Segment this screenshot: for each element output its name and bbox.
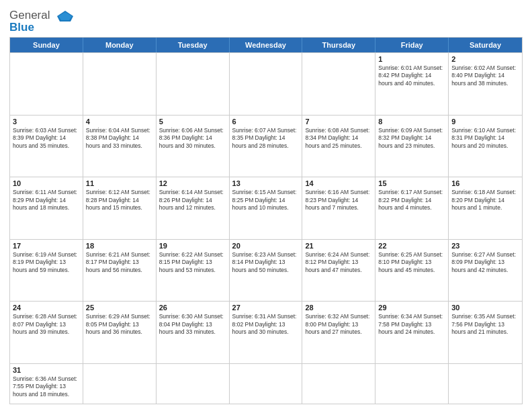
- calendar-cell-1-3: 6Sunrise: 6:07 AM Sunset: 8:35 PM Daylig…: [230, 116, 303, 177]
- calendar-cell-3-6: 23Sunrise: 6:27 AM Sunset: 8:09 PM Dayli…: [449, 240, 522, 302]
- calendar-cell-4-2: 26Sunrise: 6:30 AM Sunset: 8:04 PM Dayli…: [157, 302, 230, 363]
- day-number: 24: [13, 304, 80, 312]
- header-day-friday: Friday: [375, 38, 449, 52]
- calendar-cell-0-4: [302, 53, 375, 115]
- svg-marker-1: [58, 12, 72, 20]
- day-info: Sunrise: 6:19 AM Sunset: 8:19 PM Dayligh…: [13, 251, 80, 274]
- day-number: 3: [13, 118, 80, 126]
- day-number: 10: [13, 179, 80, 187]
- day-number: 7: [305, 118, 372, 126]
- day-info: Sunrise: 6:04 AM Sunset: 8:38 PM Dayligh…: [86, 127, 153, 150]
- day-info: Sunrise: 6:14 AM Sunset: 8:26 PM Dayligh…: [159, 189, 226, 212]
- day-info: Sunrise: 6:29 AM Sunset: 8:05 PM Dayligh…: [86, 313, 153, 336]
- day-info: Sunrise: 6:21 AM Sunset: 8:17 PM Dayligh…: [86, 251, 153, 274]
- day-number: 18: [86, 242, 153, 250]
- calendar-cell-2-6: 16Sunrise: 6:18 AM Sunset: 8:20 PM Dayli…: [449, 177, 522, 239]
- calendar-cell-1-4: 7Sunrise: 6:08 AM Sunset: 8:34 PM Daylig…: [302, 116, 375, 177]
- calendar-cell-1-0: 3Sunrise: 6:03 AM Sunset: 8:39 PM Daylig…: [10, 116, 83, 177]
- logo-icon: [54, 9, 76, 23]
- day-number: 29: [378, 304, 445, 312]
- calendar-cell-4-6: 30Sunrise: 6:35 AM Sunset: 7:56 PM Dayli…: [449, 302, 522, 363]
- day-number: 6: [232, 118, 300, 126]
- day-number: 22: [378, 242, 445, 250]
- day-info: Sunrise: 6:02 AM Sunset: 8:40 PM Dayligh…: [451, 64, 519, 87]
- calendar-cell-1-5: 8Sunrise: 6:09 AM Sunset: 8:32 PM Daylig…: [375, 116, 449, 177]
- day-number: 31: [13, 366, 80, 374]
- calendar-cell-4-5: 29Sunrise: 6:34 AM Sunset: 7:58 PM Dayli…: [375, 302, 449, 363]
- day-number: 19: [159, 242, 226, 250]
- day-info: Sunrise: 6:01 AM Sunset: 8:42 PM Dayligh…: [378, 64, 445, 87]
- day-info: Sunrise: 6:09 AM Sunset: 8:32 PM Dayligh…: [378, 127, 445, 150]
- header-day-monday: Monday: [83, 38, 157, 52]
- calendar-cell-2-5: 15Sunrise: 6:17 AM Sunset: 8:22 PM Dayli…: [375, 177, 449, 239]
- calendar-cell-2-3: 13Sunrise: 6:15 AM Sunset: 8:25 PM Dayli…: [230, 177, 303, 239]
- day-info: Sunrise: 6:12 AM Sunset: 8:28 PM Dayligh…: [86, 189, 153, 212]
- calendar-body: 1Sunrise: 6:01 AM Sunset: 8:42 PM Daylig…: [10, 52, 522, 404]
- day-info: Sunrise: 6:24 AM Sunset: 8:12 PM Dayligh…: [305, 251, 372, 274]
- day-info: Sunrise: 6:23 AM Sunset: 8:14 PM Dayligh…: [232, 251, 300, 274]
- calendar-row-0: 1Sunrise: 6:01 AM Sunset: 8:42 PM Daylig…: [10, 52, 522, 115]
- day-info: Sunrise: 6:25 AM Sunset: 8:10 PM Dayligh…: [378, 251, 445, 274]
- calendar-row-3: 17Sunrise: 6:19 AM Sunset: 8:19 PM Dayli…: [10, 239, 522, 302]
- calendar-cell-1-2: 5Sunrise: 6:06 AM Sunset: 8:36 PM Daylig…: [157, 116, 230, 177]
- day-number: 27: [232, 304, 300, 312]
- calendar: SundayMondayTuesdayWednesdayThursdayFrid…: [9, 37, 523, 404]
- calendar-cell-5-1: [83, 364, 157, 404]
- day-number: 12: [159, 179, 226, 187]
- day-info: Sunrise: 6:06 AM Sunset: 8:36 PM Dayligh…: [159, 127, 226, 150]
- calendar-cell-5-0: 31Sunrise: 6:36 AM Sunset: 7:55 PM Dayli…: [10, 364, 83, 404]
- calendar-cell-4-0: 24Sunrise: 6:28 AM Sunset: 8:07 PM Dayli…: [10, 302, 83, 363]
- calendar-cell-4-4: 28Sunrise: 6:32 AM Sunset: 8:00 PM Dayli…: [302, 302, 375, 363]
- calendar-cell-0-0: [10, 53, 83, 115]
- day-info: Sunrise: 6:27 AM Sunset: 8:09 PM Dayligh…: [451, 251, 519, 274]
- calendar-row-5: 31Sunrise: 6:36 AM Sunset: 7:55 PM Dayli…: [10, 363, 522, 404]
- calendar-cell-5-6: [449, 364, 522, 404]
- calendar-row-4: 24Sunrise: 6:28 AM Sunset: 8:07 PM Dayli…: [10, 301, 522, 363]
- calendar-cell-3-3: 20Sunrise: 6:23 AM Sunset: 8:14 PM Dayli…: [230, 240, 303, 302]
- calendar-row-2: 10Sunrise: 6:11 AM Sunset: 8:29 PM Dayli…: [10, 177, 522, 239]
- logo: General Blue: [9, 9, 76, 33]
- calendar-cell-0-5: 1Sunrise: 6:01 AM Sunset: 8:42 PM Daylig…: [375, 53, 449, 115]
- calendar-cell-5-4: [302, 364, 375, 404]
- header-day-wednesday: Wednesday: [230, 38, 303, 52]
- day-number: 8: [378, 118, 445, 126]
- day-info: Sunrise: 6:17 AM Sunset: 8:22 PM Dayligh…: [378, 189, 445, 212]
- logo-text: General Blue: [9, 9, 76, 33]
- day-number: 25: [86, 304, 153, 312]
- day-number: 15: [378, 179, 445, 187]
- day-info: Sunrise: 6:11 AM Sunset: 8:29 PM Dayligh…: [13, 189, 80, 212]
- header-day-sunday: Sunday: [10, 38, 83, 52]
- header-day-tuesday: Tuesday: [157, 38, 230, 52]
- day-number: 21: [305, 242, 372, 250]
- header: General Blue: [9, 7, 523, 33]
- day-number: 26: [159, 304, 226, 312]
- calendar-cell-0-3: [230, 53, 303, 115]
- day-number: 23: [451, 242, 519, 250]
- calendar-cell-3-1: 18Sunrise: 6:21 AM Sunset: 8:17 PM Dayli…: [83, 240, 157, 302]
- calendar-cell-3-4: 21Sunrise: 6:24 AM Sunset: 8:12 PM Dayli…: [302, 240, 375, 302]
- day-info: Sunrise: 6:30 AM Sunset: 8:04 PM Dayligh…: [159, 313, 226, 336]
- calendar-header: SundayMondayTuesdayWednesdayThursdayFrid…: [10, 38, 522, 52]
- calendar-cell-2-0: 10Sunrise: 6:11 AM Sunset: 8:29 PM Dayli…: [10, 177, 83, 239]
- day-info: Sunrise: 6:03 AM Sunset: 8:39 PM Dayligh…: [13, 127, 80, 150]
- calendar-cell-3-2: 19Sunrise: 6:22 AM Sunset: 8:15 PM Dayli…: [157, 240, 230, 302]
- day-number: 20: [232, 242, 300, 250]
- day-info: Sunrise: 6:07 AM Sunset: 8:35 PM Dayligh…: [232, 127, 300, 150]
- day-info: Sunrise: 6:31 AM Sunset: 8:02 PM Dayligh…: [232, 313, 300, 336]
- calendar-cell-3-0: 17Sunrise: 6:19 AM Sunset: 8:19 PM Dayli…: [10, 240, 83, 302]
- calendar-cell-0-1: [83, 53, 157, 115]
- day-info: Sunrise: 6:18 AM Sunset: 8:20 PM Dayligh…: [451, 189, 519, 212]
- calendar-cell-4-1: 25Sunrise: 6:29 AM Sunset: 8:05 PM Dayli…: [83, 302, 157, 363]
- day-info: Sunrise: 6:28 AM Sunset: 8:07 PM Dayligh…: [13, 313, 80, 336]
- calendar-cell-2-2: 12Sunrise: 6:14 AM Sunset: 8:26 PM Dayli…: [157, 177, 230, 239]
- day-info: Sunrise: 6:22 AM Sunset: 8:15 PM Dayligh…: [159, 251, 226, 274]
- day-number: 14: [305, 179, 372, 187]
- calendar-cell-0-6: 2Sunrise: 6:02 AM Sunset: 8:40 PM Daylig…: [449, 53, 522, 115]
- calendar-row-1: 3Sunrise: 6:03 AM Sunset: 8:39 PM Daylig…: [10, 115, 522, 177]
- day-info: Sunrise: 6:16 AM Sunset: 8:23 PM Dayligh…: [305, 189, 372, 212]
- day-number: 9: [451, 118, 519, 126]
- header-day-saturday: Saturday: [449, 38, 522, 52]
- day-number: 30: [451, 304, 519, 312]
- header-day-thursday: Thursday: [302, 38, 375, 52]
- calendar-cell-2-1: 11Sunrise: 6:12 AM Sunset: 8:28 PM Dayli…: [83, 177, 157, 239]
